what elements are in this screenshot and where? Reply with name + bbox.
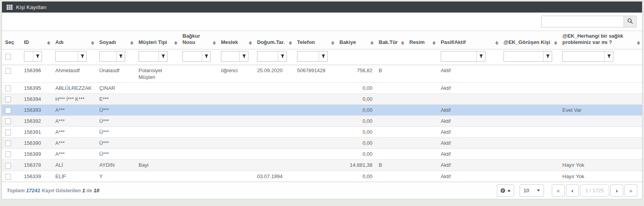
column-header-dogum_tar[interactable]: Doğum.Tar. — [254, 31, 294, 49]
last-page-button[interactable]: » — [624, 184, 637, 197]
row-checkbox[interactable] — [5, 86, 11, 91]
column-header-bagkur_nosu[interactable]: Bağkur Nosu — [179, 31, 218, 49]
next-page-button[interactable]: › — [610, 184, 623, 197]
sort-icon[interactable] — [130, 41, 133, 45]
filter-input-meslek[interactable] — [221, 51, 239, 61]
row-checkbox[interactable] — [5, 129, 11, 135]
sort-icon[interactable] — [91, 41, 94, 45]
sort-icon[interactable] — [637, 41, 640, 45]
table-row[interactable]: 156396AhmetasdfÜnalasdfPotansiyel Müşter… — [2, 65, 642, 83]
chevron-down-icon — [537, 190, 540, 191]
cell-ek_saglik — [559, 127, 642, 138]
row-checkbox[interactable] — [5, 97, 11, 102]
filter-funnel-icon[interactable] — [159, 51, 167, 61]
column-header-ek_gorusen_kisi[interactable]: @EK_Görüşen Kişi — [500, 31, 559, 49]
row-checkbox[interactable] — [5, 108, 11, 113]
table-row[interactable]: 156393A***Ü***0,00AktifEvet Var — [2, 105, 642, 116]
column-header-musteri_tipi[interactable]: Müşteri Tipi — [135, 31, 179, 49]
cell-telefon — [294, 160, 336, 171]
filter-funnel-icon[interactable] — [239, 51, 248, 61]
table-row[interactable]: 156389A***Ü***0,00Aktif — [2, 149, 642, 160]
filter-input-musteri_tipi[interactable] — [139, 51, 159, 61]
kisi-kayitlari-panel: Kişi Kayıtları SeçIDAdıSoyadıMüşteri Tip… — [2, 1, 642, 199]
column-header-id[interactable]: ID — [21, 31, 52, 49]
sort-icon[interactable] — [47, 41, 50, 45]
sort-icon[interactable] — [554, 41, 557, 45]
filter-input-telefon[interactable] — [297, 51, 319, 61]
cell-pasif_aktif: Aktif — [438, 127, 500, 138]
select-all-checkbox[interactable] — [5, 54, 11, 60]
filter-input-soyadi[interactable] — [100, 51, 116, 61]
filter-input-ek_saglik[interactable] — [563, 51, 604, 61]
row-checkbox[interactable] — [5, 118, 11, 124]
summary-to: 10 — [93, 188, 99, 193]
filter-funnel-icon[interactable] — [202, 51, 210, 61]
filter-funnel-icon[interactable] — [604, 51, 613, 61]
table-row[interactable]: 156339ELİFY03.07.19940,00AktifHayır Yok — [2, 171, 642, 182]
sort-icon[interactable] — [432, 41, 436, 45]
cell-ek_saglik — [559, 138, 642, 149]
sort-icon[interactable] — [249, 41, 252, 45]
sort-icon[interactable] — [370, 41, 374, 45]
cell-adi: A*** — [52, 127, 96, 138]
cell-soyadi: Ü*** — [96, 105, 135, 116]
sort-icon[interactable] — [401, 41, 404, 45]
filter-funnel-icon[interactable] — [543, 51, 552, 61]
sort-icon[interactable] — [495, 41, 498, 45]
filter-funnel-icon[interactable] — [476, 51, 485, 61]
prev-page-button[interactable]: ‹ — [566, 184, 579, 197]
filter-input-adi[interactable] — [56, 51, 78, 61]
search-icon — [627, 18, 633, 25]
table-row[interactable]: 156391A***Ü***0,00Aktif — [2, 127, 642, 138]
filter-input-ek_gorusen_kisi[interactable] — [504, 51, 543, 61]
sort-icon[interactable] — [289, 41, 292, 45]
filter-input-dogum_tar[interactable] — [257, 51, 278, 61]
column-header-meslek[interactable]: Meslek — [218, 31, 254, 49]
search-button[interactable] — [624, 16, 637, 27]
filter-funnel-icon[interactable] — [33, 51, 42, 61]
cell-musteri_tipi — [135, 94, 179, 105]
page-size-select[interactable]: 10 — [520, 184, 544, 197]
column-header-bakiye[interactable]: Bakiye — [336, 31, 376, 49]
column-header-resim[interactable]: Resim — [406, 31, 438, 49]
cell-ek_gorusen_kisi — [500, 149, 559, 160]
column-header-soyadi[interactable]: Soyadı — [96, 31, 135, 49]
sort-icon[interactable] — [213, 41, 216, 45]
column-header-pasif_aktif[interactable]: Pasif/Aktif — [438, 31, 500, 49]
table-row[interactable]: 156378ALİAYDINBayi14.881,38BAktifHayır Y… — [2, 160, 642, 171]
filter-funnel-icon[interactable] — [116, 51, 125, 61]
cell-resim — [406, 65, 438, 83]
row-checkbox[interactable] — [5, 151, 11, 157]
filter-funnel-icon[interactable] — [319, 51, 327, 61]
row-checkbox[interactable] — [5, 174, 11, 180]
cell-ek_gorusen_kisi — [500, 83, 559, 94]
row-checkbox[interactable] — [5, 140, 11, 146]
table-row[interactable]: 156395ABLÜLREZZAKÇINAR0,00Aktif — [2, 83, 642, 94]
row-checkbox[interactable] — [5, 68, 11, 74]
cell-bagkur_nosu — [179, 149, 218, 160]
filter-input-id[interactable] — [24, 51, 33, 61]
cell-resim — [406, 171, 438, 182]
sort-icon[interactable] — [174, 41, 177, 45]
filter-input-pasif_aktif[interactable] — [441, 51, 476, 61]
filter-funnel-icon[interactable] — [278, 51, 286, 61]
row-checkbox[interactable] — [5, 163, 11, 169]
filter-input-bagkur_nosu[interactable] — [183, 51, 202, 61]
table-row[interactable]: 156394H*** İ*** K***E***0,00 — [2, 94, 642, 105]
filter-funnel-icon[interactable] — [78, 51, 86, 61]
cell-bak_tur — [376, 116, 406, 127]
table-row[interactable]: 156390A***Ü***0,00Aktif — [2, 138, 642, 149]
settings-button[interactable]: ⚙ — [497, 184, 514, 197]
cell-musteri_tipi — [135, 83, 179, 94]
search-input[interactable] — [541, 16, 624, 27]
first-page-button[interactable]: « — [552, 184, 565, 197]
table-row[interactable]: 156392A***Ü***0,00Aktif — [2, 116, 642, 127]
sort-icon[interactable] — [331, 41, 334, 45]
column-header-telefon[interactable]: Telefon — [294, 31, 336, 49]
cell-musteri_tipi — [135, 127, 179, 138]
column-header-bak_tur[interactable]: Bak.Tür — [376, 31, 406, 49]
column-header-adi[interactable]: Adı — [52, 31, 96, 49]
filter-cell-adi — [52, 49, 96, 65]
cell-pasif_aktif: Aktif — [438, 116, 500, 127]
column-header-ek_saglik[interactable]: @EK_Herhangi bir sağlık probleminiz var … — [559, 31, 642, 49]
